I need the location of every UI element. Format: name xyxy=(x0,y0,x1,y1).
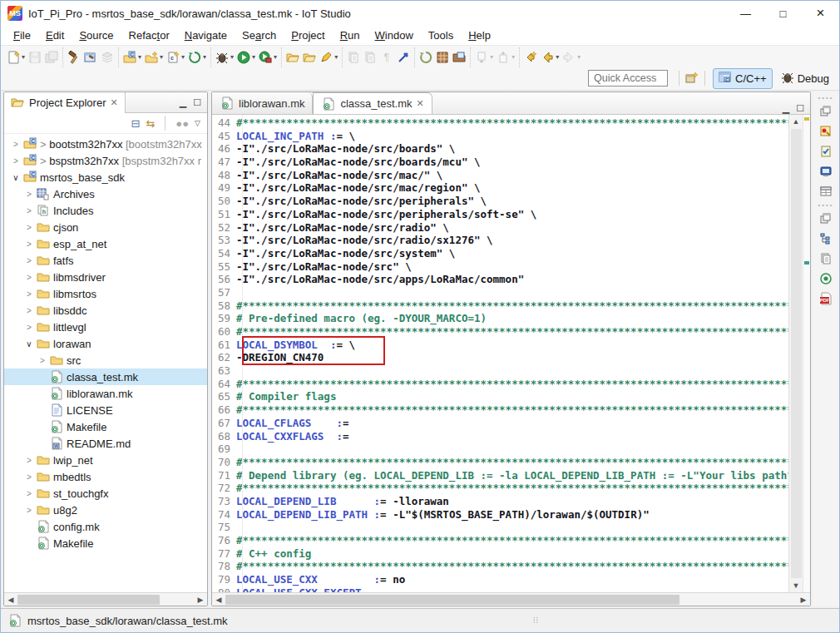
menu-tools[interactable]: Tools xyxy=(421,27,461,44)
build-target-button[interactable] xyxy=(434,49,451,66)
maximize-view-icon[interactable]: ☐ xyxy=(796,103,804,114)
new-c-project-button[interactable]: C▾ xyxy=(121,49,143,66)
expand-chevron-icon[interactable]: > xyxy=(22,506,36,515)
chevron-down-icon[interactable]: ▾ xyxy=(230,53,234,61)
minimize-view-icon[interactable]: ▁ xyxy=(783,103,789,114)
scroll-right-icon[interactable]: ▶ xyxy=(797,596,810,604)
expand-chevron-icon[interactable]: > xyxy=(22,456,36,465)
scroll-right-icon[interactable]: ▶ xyxy=(194,596,207,604)
menu-edit[interactable]: Edit xyxy=(38,27,72,44)
drag-handle[interactable]: •••• xyxy=(818,201,833,209)
tree-item-mbedtls[interactable]: >mbedtls xyxy=(4,468,207,485)
project-explorer-hscrollbar[interactable]: ◀ ▶ xyxy=(4,592,207,606)
menu-search[interactable]: Search xyxy=(235,27,284,44)
expand-chevron-icon[interactable]: > xyxy=(22,190,36,199)
tree-item-src[interactable]: >src xyxy=(4,352,207,368)
back-button[interactable]: ▾ xyxy=(539,49,561,66)
tree-item-libmsdriver[interactable]: >libmsdriver xyxy=(4,269,207,285)
documents-icon[interactable] xyxy=(816,249,836,269)
chevron-down-icon[interactable]: ▾ xyxy=(252,53,255,61)
console-icon[interactable] xyxy=(816,161,836,181)
minimize-button[interactable]: — xyxy=(727,1,764,26)
tree-item-msrtos-base-sdk[interactable]: ∨Cmsrtos_base_sdk xyxy=(4,169,207,185)
debug-button[interactable]: ▾ xyxy=(214,49,235,66)
scroll-left-icon[interactable]: ◀ xyxy=(4,596,17,604)
menu-help[interactable]: Help xyxy=(461,27,498,44)
tree-item-libsddc[interactable]: >libsddc xyxy=(4,302,207,319)
scroll-up-icon[interactable]: ▲ xyxy=(789,115,803,128)
tree-item-includes[interactable]: >hIncludes xyxy=(4,202,207,219)
tree-item-libmsrtos[interactable]: >libmsrtos xyxy=(4,285,207,302)
chevron-down-icon[interactable]: ▾ xyxy=(511,53,515,61)
expand-chevron-icon[interactable]: > xyxy=(22,306,36,315)
maximize-button[interactable]: □ xyxy=(764,1,802,26)
open-element-button[interactable] xyxy=(284,49,301,66)
overview-marker[interactable] xyxy=(804,261,809,265)
editor-vscrollbar[interactable]: ▲ ▼ xyxy=(788,115,803,592)
mark-pen-button[interactable]: ▾ xyxy=(318,49,339,66)
expand-chevron-icon[interactable]: > xyxy=(22,240,36,249)
expand-chevron-icon[interactable]: > xyxy=(22,223,36,232)
tree-item-lorawan[interactable]: ∨lorawan xyxy=(4,335,207,352)
record-icon[interactable] xyxy=(816,269,836,289)
properties-icon[interactable] xyxy=(816,181,836,201)
restart-button[interactable]: ▾ xyxy=(186,49,208,66)
expand-chevron-icon[interactable]: > xyxy=(22,289,36,299)
scrollbar-thumb[interactable] xyxy=(791,129,802,578)
chevron-down-icon[interactable]: ▾ xyxy=(274,53,277,61)
new-cpp-class-button[interactable]: ▾ xyxy=(143,49,165,66)
tree-item-classa-test-mk[interactable]: classa_test.mk xyxy=(4,368,207,385)
code-area[interactable]: 44#*************************************… xyxy=(212,115,788,592)
menu-run[interactable]: Run xyxy=(333,27,368,44)
collapse-chevron-icon[interactable]: ∨ xyxy=(9,173,22,182)
maximize-view-icon[interactable]: ☐ xyxy=(193,97,201,108)
close-button[interactable]: × xyxy=(802,1,839,26)
menu-navigate[interactable]: Navigate xyxy=(177,27,235,44)
perspective-debug[interactable]: Debug xyxy=(776,69,834,88)
tree-item-st-touchgfx[interactable]: >st_touchgfx xyxy=(4,485,207,502)
tree-item-makefile[interactable]: Makefile xyxy=(4,535,207,551)
expand-chevron-icon[interactable]: > xyxy=(22,489,36,498)
chevron-down-icon[interactable]: ▾ xyxy=(160,53,163,61)
tree-item-bspstm32h7xx[interactable]: >C> bspstm32h7xx [bspstm32h7xx r xyxy=(4,152,207,169)
tasks-icon[interactable] xyxy=(816,141,836,161)
scroll-left-icon[interactable]: ◀ xyxy=(212,596,225,604)
back-history-button[interactable] xyxy=(522,49,539,66)
tree-item-config-mk[interactable]: config.mk xyxy=(4,518,207,535)
tree-item-esp-at-net[interactable]: >esp_at_net xyxy=(4,235,207,252)
tree-item-cjson[interactable]: >cjson xyxy=(4,219,207,235)
tree-item-readme-md[interactable]: WREADME.md xyxy=(4,435,207,452)
profile-button[interactable]: ▾ xyxy=(257,49,279,66)
menu-file[interactable]: File xyxy=(6,27,38,44)
expand-chevron-icon[interactable]: > xyxy=(22,273,36,282)
new-c-file-button[interactable]: c▾ xyxy=(165,49,186,66)
status-grip[interactable]: ⁞⁞ xyxy=(533,616,539,625)
editor-tab-classa-test-mk[interactable]: classa_test.mk✕ xyxy=(313,92,432,114)
perspective-cc[interactable]: CC/C++ xyxy=(713,68,773,89)
minimize-view-icon[interactable]: ▁ xyxy=(180,97,186,108)
open-type-button[interactable] xyxy=(301,49,318,66)
pdf-export-icon[interactable]: PDF xyxy=(816,289,836,309)
chevron-down-icon[interactable]: ▾ xyxy=(490,53,493,61)
expand-chevron-icon[interactable]: > xyxy=(22,472,36,482)
chevron-down-icon[interactable]: ▾ xyxy=(334,53,338,61)
refresh-connection-button[interactable] xyxy=(418,49,434,66)
scrollbar-thumb[interactable] xyxy=(17,595,160,605)
overview-marker[interactable] xyxy=(804,117,809,121)
menu-source[interactable]: Source xyxy=(72,27,121,44)
menu-window[interactable]: Window xyxy=(368,27,421,44)
restore-view-icon[interactable] xyxy=(816,101,836,121)
problems-icon[interactable] xyxy=(816,121,836,141)
tree-item-archives[interactable]: >Archives xyxy=(4,185,207,202)
chevron-down-icon[interactable]: ▾ xyxy=(22,53,25,61)
drag-handle[interactable]: •••• xyxy=(818,94,833,101)
close-icon[interactable]: ✕ xyxy=(416,98,423,109)
build-all-button[interactable] xyxy=(82,49,99,66)
new-wizard-button[interactable]: ▾ xyxy=(5,49,27,66)
chevron-down-icon[interactable]: ▾ xyxy=(138,53,141,61)
link-with-editor-icon[interactable]: ⇆ xyxy=(146,117,155,130)
tree-item-lwip-net[interactable]: >lwip_net xyxy=(4,452,207,468)
collapse-chevron-icon[interactable]: ∨ xyxy=(22,339,36,349)
expand-chevron-icon[interactable]: > xyxy=(9,140,22,149)
menu-project[interactable]: Project xyxy=(284,27,332,44)
